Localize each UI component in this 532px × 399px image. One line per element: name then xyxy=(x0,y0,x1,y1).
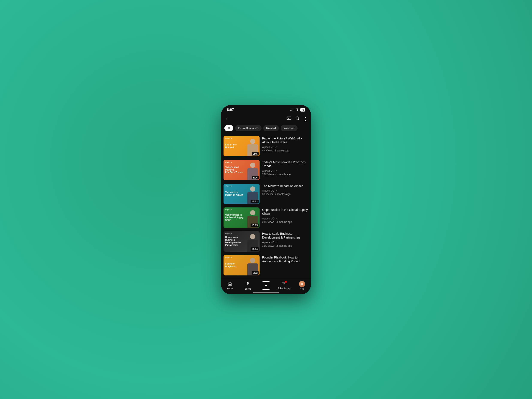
home-indicator xyxy=(253,292,279,293)
list-item[interactable]: alpaca Fad or the Future? 2:45 Fad or th… xyxy=(221,134,311,158)
video-stats-1: 4K Views · 3 weeks ago xyxy=(262,149,309,152)
list-item[interactable]: alpaca Opportunities in the Global Suppl… xyxy=(221,206,311,229)
duration-6: 9:32 xyxy=(252,271,259,275)
thumbnail-2: alpaca Today's Most Powerful PropTech Tr… xyxy=(223,160,260,180)
verified-icon-3: ✓ xyxy=(275,190,277,192)
thumb-text-4: Opportunities in the Global Supply Chain xyxy=(225,214,243,221)
svg-point-2 xyxy=(296,117,298,119)
channel-name-1: Alpaca VC xyxy=(262,146,274,149)
thumb-text-3: The Market's Impact on Alpaca xyxy=(225,191,243,196)
avatar xyxy=(299,281,305,287)
filter-tab-all[interactable]: All xyxy=(224,125,233,131)
thumbnail-3: alpaca The Market's Impact on Alpaca 15:… xyxy=(223,184,260,204)
video-stats-4: 21K Views · 4 months ago xyxy=(262,221,309,223)
top-nav: ‹ ⋮ xyxy=(221,114,311,125)
list-item[interactable]: alpaca Founder Playbook 9:32 Founder Pla… xyxy=(221,253,311,277)
list-item[interactable]: alpaca How to scale Business Development… xyxy=(221,229,311,253)
wifi-icon xyxy=(296,108,299,112)
nav-tab-home[interactable]: Home xyxy=(223,281,236,290)
verified-icon-1: ✓ xyxy=(275,146,277,149)
channel-name-2: Alpaca VC xyxy=(262,170,274,172)
channel-name-3: Alpaca VC xyxy=(262,189,274,192)
home-icon xyxy=(228,281,232,287)
duration-2: 8:26 xyxy=(252,176,259,179)
list-item[interactable]: alpaca Today's Most Powerful PropTech Tr… xyxy=(221,158,311,182)
nav-tab-you[interactable]: You xyxy=(296,281,309,290)
home-label: Home xyxy=(227,287,233,290)
verified-icon-4: ✓ xyxy=(275,217,277,220)
battery-icon: 70 xyxy=(300,108,305,112)
cast-icon[interactable] xyxy=(287,116,291,121)
duration-3: 15:22 xyxy=(251,200,259,203)
video-stats-3: 3K Views · 2 months ago xyxy=(262,193,309,196)
channel-name-4: Alpaca VC xyxy=(262,217,274,220)
nav-tab-shorts[interactable]: Shorts xyxy=(241,281,254,290)
thumbnail-1: alpaca Fad or the Future? 2:45 xyxy=(223,136,260,156)
filter-tabs: All From Alpaca VC Related Watched xyxy=(221,125,311,134)
video-title-5: How to scale Business Development & Part… xyxy=(262,232,309,240)
duration-4: 10:15 xyxy=(251,223,259,227)
video-title-2: Today's Most Powerful PropTech Trends xyxy=(262,160,309,168)
notification-dot xyxy=(285,281,287,283)
video-list: alpaca Fad or the Future? 2:45 Fad or th… xyxy=(221,134,311,294)
svg-point-9 xyxy=(301,283,303,284)
alpaca-logo: alpaca xyxy=(225,137,232,139)
filter-tab-watched[interactable]: Watched xyxy=(281,125,298,131)
nav-tab-create[interactable] xyxy=(260,281,272,290)
list-item[interactable]: alpaca The Market's Impact on Alpaca 15:… xyxy=(221,182,311,206)
thumb-text-5: How to scale Business Development & Part… xyxy=(225,236,243,247)
video-stats-5: 11K Views · 2 months ago xyxy=(262,244,309,247)
video-title-6: Founder Playbook: How to Announce a Fund… xyxy=(262,255,309,264)
svg-line-3 xyxy=(298,119,299,120)
duration-5: 11:04 xyxy=(251,247,259,251)
create-button[interactable] xyxy=(262,281,270,290)
back-button[interactable]: ‹ xyxy=(224,115,229,122)
thumbnail-4: alpaca Opportunities in the Global Suppl… xyxy=(223,208,260,228)
phone-frame: 8:07 70 ‹ xyxy=(221,105,311,294)
thumbnail-6: alpaca Founder Playbook 9:32 xyxy=(223,255,260,275)
thumb-text-1: Fad or the Future? xyxy=(225,143,242,149)
nav-tab-subscriptions[interactable]: Subscriptions xyxy=(278,281,291,290)
filter-tab-related[interactable]: Related xyxy=(263,125,279,131)
subscriptions-label: Subscriptions xyxy=(278,287,291,290)
search-icon[interactable] xyxy=(295,116,299,121)
video-title-1: Fad or the Future? Web3, AI - Alpaca Fie… xyxy=(262,136,309,145)
duration-1: 2:45 xyxy=(252,152,259,156)
shorts-icon xyxy=(246,281,250,287)
more-icon[interactable]: ⋮ xyxy=(303,116,308,121)
you-label: You xyxy=(300,288,304,290)
verified-icon-2: ✓ xyxy=(275,170,277,172)
verified-icon-5: ✓ xyxy=(275,241,277,244)
thumb-text-6: Founder Playbook xyxy=(225,262,242,268)
status-time: 8:07 xyxy=(227,108,234,112)
signal-icon xyxy=(291,108,294,111)
video-stats-2: 37K Views · 1 month ago xyxy=(262,173,309,176)
video-title-4: Opportunities in the Global Supply Chain xyxy=(262,208,309,216)
thumb-text-2: Today's Most Powerful PropTech Trends xyxy=(225,166,243,174)
thumbnail-5: alpaca How to scale Business Development… xyxy=(223,231,260,252)
video-title-3: The Market's Impact on Alpaca xyxy=(262,184,309,188)
svg-point-1 xyxy=(287,119,287,120)
channel-name-5: Alpaca VC xyxy=(262,241,274,244)
svg-rect-4 xyxy=(229,284,230,285)
status-bar: 8:07 70 xyxy=(221,105,311,114)
svg-marker-8 xyxy=(284,283,285,285)
filter-tab-from-alpaca[interactable]: From Alpaca VC xyxy=(235,125,261,131)
status-icons: 70 xyxy=(291,108,305,112)
shorts-label: Shorts xyxy=(245,288,251,290)
